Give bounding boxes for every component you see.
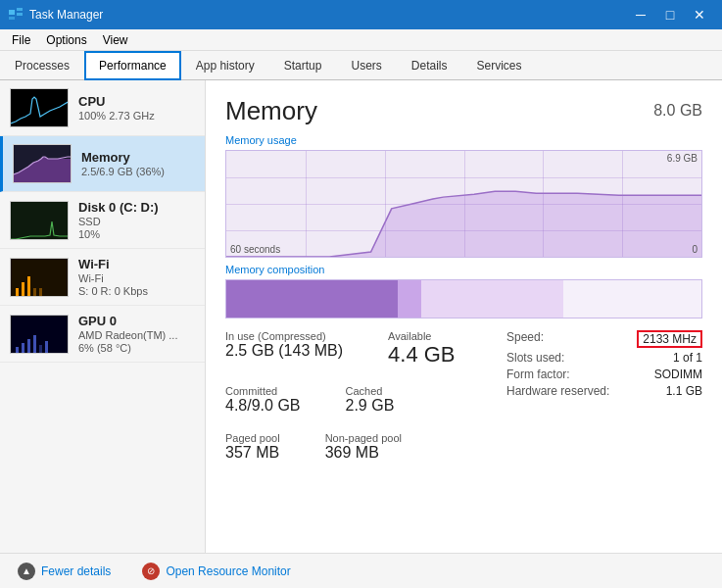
svg-rect-9	[27, 276, 30, 296]
tab-startup[interactable]: Startup	[269, 51, 337, 79]
disk-sub2: 10%	[78, 228, 195, 240]
sidebar-item-wifi[interactable]: Wi-Fi Wi-Fi S: 0 R: 0 Kbps	[0, 249, 205, 306]
form-label: Form factor:	[506, 368, 570, 381]
committed-label: Committed	[225, 385, 301, 397]
title-bar-title: Task Manager	[29, 8, 103, 22]
memory-thumbnail	[13, 144, 72, 183]
tab-performance[interactable]: Performance	[84, 51, 181, 80]
detail-title: Memory	[225, 96, 317, 126]
paged-value: 357 MB	[225, 444, 280, 462]
memory-sub: 2.5/6.9 GB (36%)	[81, 166, 195, 177]
gpu-sub2: 6% (58 °C)	[78, 342, 195, 354]
maximize-button[interactable]: □	[655, 0, 685, 29]
tab-processes[interactable]: Processes	[0, 51, 84, 79]
tab-services[interactable]: Services	[462, 51, 537, 79]
wifi-sub2: S: 0 R: 0 Kbps	[78, 285, 195, 297]
chart-label: Memory usage	[225, 134, 702, 146]
cached-value: 2.9 GB	[346, 397, 395, 415]
tab-users[interactable]: Users	[336, 51, 396, 79]
non-paged-value: 369 MB	[325, 444, 402, 462]
sidebar-item-cpu[interactable]: CPU 100% 2.73 GHz	[0, 80, 205, 136]
cpu-thumbnail	[10, 88, 69, 127]
sidebar-item-gpu[interactable]: GPU 0 AMD Radeon(TM) ... 6% (58 °C)	[0, 306, 205, 363]
stats-row-1: In use (Compressed) 2.5 GB (143 MB) Avai…	[225, 330, 497, 377]
form-value: SODIMM	[654, 368, 702, 381]
tab-app-history[interactable]: App history	[181, 51, 269, 79]
info-form-row: Form factor: SODIMM	[506, 368, 702, 381]
slots-value: 1 of 1	[673, 351, 702, 365]
svg-rect-3	[17, 13, 23, 16]
speed-value: 2133 MHz	[637, 330, 702, 348]
disk-thumbnail	[10, 201, 69, 240]
svg-rect-4	[9, 17, 15, 20]
menu-file[interactable]: File	[4, 31, 38, 49]
sidebar-item-disk[interactable]: Disk 0 (C: D:) SSD 10%	[0, 192, 205, 249]
gpu-thumbnail	[10, 315, 69, 354]
comp-free	[563, 280, 701, 318]
hw-label: Hardware reserved:	[506, 384, 609, 398]
stats-left: In use (Compressed) 2.5 GB (143 MB) Avai…	[225, 330, 497, 471]
svg-rect-8	[22, 282, 24, 296]
open-resource-monitor-button[interactable]: ⊘ Open Resource Monitor	[136, 559, 296, 584]
comp-standby	[421, 280, 564, 318]
tab-details[interactable]: Details	[397, 51, 462, 79]
wifi-thumbnail	[10, 258, 69, 297]
memory-usage-chart: 6.9 GB 0 60 seconds	[225, 150, 702, 258]
svg-rect-17	[45, 341, 48, 353]
cpu-info: CPU 100% 2.73 GHz	[78, 94, 195, 122]
comp-in-use	[226, 280, 398, 318]
grid-col-3	[464, 151, 465, 257]
grid-col-4	[543, 151, 544, 257]
stat-in-use: In use (Compressed) 2.5 GB (143 MB)	[225, 330, 359, 368]
disk-sub1: SSD	[78, 216, 195, 227]
comp-modified	[398, 280, 421, 318]
memory-composition-bar	[225, 279, 702, 318]
stat-available: Available 4.4 GB	[388, 330, 470, 368]
menu-bar: File Options View	[0, 29, 722, 51]
non-paged-label: Non-paged pool	[325, 432, 402, 444]
hw-value: 1.1 GB	[666, 384, 702, 398]
in-use-value: 2.5 GB (143 MB)	[225, 342, 343, 360]
available-label: Available	[388, 330, 455, 342]
main-content: CPU 100% 2.73 GHz Memory 2.5/6.9 GB (36%…	[0, 80, 722, 553]
fewer-details-button[interactable]: ▲ Fewer details	[12, 559, 117, 584]
chart-y-min: 0	[692, 244, 698, 255]
disk-name: Disk 0 (C: D:)	[78, 200, 195, 215]
chart-x-time: 60 seconds	[230, 244, 280, 255]
available-value: 4.4 GB	[388, 342, 455, 368]
gpu-info: GPU 0 AMD Radeon(TM) ... 6% (58 °C)	[78, 314, 195, 354]
close-button[interactable]: ✕	[685, 0, 714, 29]
menu-view[interactable]: View	[95, 31, 136, 49]
slots-label: Slots used:	[506, 351, 564, 365]
stats-right: Speed: 2133 MHz Slots used: 1 of 1 Form …	[506, 330, 702, 471]
wifi-info: Wi-Fi Wi-Fi S: 0 R: 0 Kbps	[78, 257, 195, 297]
info-speed-row: Speed: 2133 MHz	[506, 330, 702, 348]
svg-rect-2	[17, 8, 23, 11]
detail-pane: Memory 8.0 GB Memory usage 6.9 GB 0 6	[206, 80, 722, 553]
task-manager-icon	[8, 7, 24, 23]
svg-rect-16	[39, 345, 42, 353]
grid-col-5	[622, 151, 623, 257]
svg-rect-12	[16, 347, 19, 353]
resource-monitor-icon: ⊘	[142, 563, 160, 580]
wifi-name: Wi-Fi	[78, 257, 195, 271]
stats-row-2: Committed 4.8/9.0 GB Cached 2.9 GB	[225, 385, 497, 424]
stat-paged: Paged pool 357 MB	[225, 432, 296, 462]
composition-label: Memory composition	[225, 264, 702, 275]
menu-options[interactable]: Options	[38, 31, 94, 49]
chevron-up-icon: ▲	[18, 563, 35, 580]
svg-rect-10	[33, 288, 36, 296]
grid-col-1	[306, 151, 307, 257]
title-bar: Task Manager ─ □ ✕	[0, 0, 722, 29]
svg-rect-15	[33, 335, 36, 353]
detail-header: Memory 8.0 GB	[225, 96, 702, 126]
cached-label: Cached	[346, 385, 395, 397]
stats-area: In use (Compressed) 2.5 GB (143 MB) Avai…	[225, 330, 702, 471]
minimize-button[interactable]: ─	[626, 0, 655, 29]
stat-non-paged: Non-paged pool 369 MB	[325, 432, 417, 462]
disk-info: Disk 0 (C: D:) SSD 10%	[78, 200, 195, 240]
memory-info: Memory 2.5/6.9 GB (36%)	[81, 150, 195, 177]
tab-bar: Processes Performance App history Startu…	[0, 51, 722, 80]
paged-label: Paged pool	[225, 432, 280, 444]
sidebar-item-memory[interactable]: Memory 2.5/6.9 GB (36%)	[0, 136, 205, 192]
